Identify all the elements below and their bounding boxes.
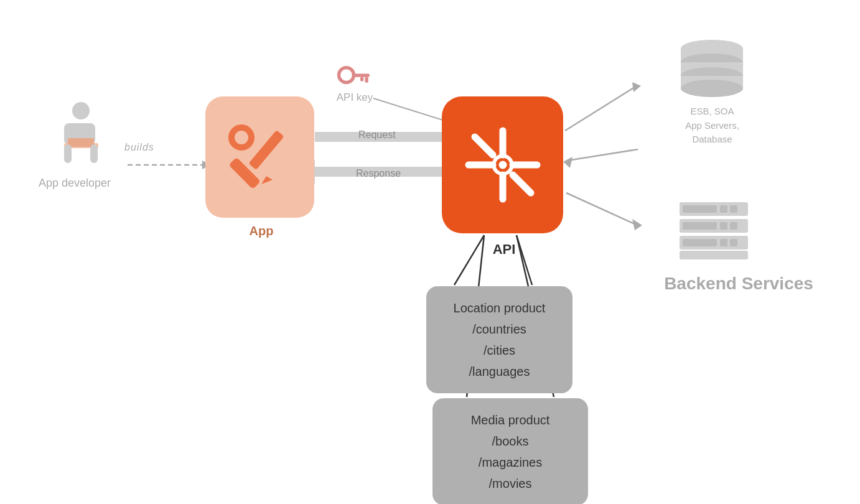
- request-label: Request: [358, 129, 396, 141]
- svg-marker-24: [261, 176, 273, 184]
- builds-label: builds: [124, 142, 154, 153]
- svg-marker-6: [632, 82, 641, 92]
- media-product-title: Media product: [450, 409, 571, 431]
- svg-rect-49: [683, 222, 717, 230]
- media-item-3: /movies: [450, 473, 571, 494]
- svg-rect-28: [360, 77, 363, 82]
- svg-rect-56: [680, 251, 748, 259]
- svg-line-36: [513, 175, 531, 193]
- svg-line-11: [454, 235, 484, 285]
- svg-rect-45: [683, 205, 717, 213]
- location-product-box: Location product /countries /cities /lan…: [426, 286, 573, 393]
- media-item-1: /books: [450, 431, 571, 452]
- media-product-box: Media product /books /magazines /movies: [432, 398, 588, 504]
- developer-label: App developer: [39, 177, 111, 190]
- api-hub-icon: [462, 124, 543, 205]
- svg-marker-4: [304, 159, 447, 184]
- svg-rect-19: [64, 144, 72, 163]
- key-icon: [336, 62, 373, 90]
- svg-rect-55: [730, 239, 737, 246]
- svg-point-25: [339, 68, 354, 83]
- api-label: API: [482, 241, 526, 258]
- server-icon: [676, 199, 751, 261]
- svg-rect-26: [352, 73, 370, 77]
- svg-rect-53: [683, 239, 717, 246]
- svg-point-43: [681, 80, 743, 97]
- svg-line-2: [373, 98, 447, 121]
- database-icon: [676, 37, 748, 100]
- svg-rect-18: [68, 138, 94, 147]
- person-icon: [47, 100, 103, 170]
- location-item-1: /countries: [444, 319, 555, 340]
- location-product-title: Location product: [444, 297, 555, 319]
- tools-icon: [223, 119, 297, 196]
- svg-point-22: [231, 128, 251, 147]
- response-label: Response: [356, 168, 401, 179]
- app-developer-group: App developer: [25, 100, 124, 190]
- svg-marker-10: [632, 219, 642, 230]
- main-canvas: App developer builds App API key Request: [0, 0, 860, 504]
- svg-rect-20: [90, 144, 98, 163]
- backend-services-label: Backend Services: [661, 274, 816, 294]
- svg-rect-47: [730, 205, 737, 213]
- svg-rect-27: [365, 77, 368, 83]
- svg-line-7: [568, 149, 638, 161]
- db-group: ESB, SOAApp Servers,Database: [676, 37, 748, 147]
- location-item-3: /languages: [444, 361, 555, 382]
- app-label: App: [230, 224, 292, 238]
- svg-line-9: [566, 193, 635, 224]
- svg-point-15: [72, 102, 90, 119]
- svg-rect-51: [730, 222, 737, 230]
- app-box: [205, 96, 314, 218]
- media-item-2: /magazines: [450, 452, 571, 473]
- api-key-label: API key: [337, 91, 373, 104]
- api-key-group: API key: [336, 62, 373, 104]
- svg-rect-54: [720, 239, 727, 246]
- svg-marker-8: [563, 157, 573, 168]
- svg-rect-50: [720, 222, 727, 230]
- svg-line-35: [475, 137, 493, 155]
- location-item-2: /cities: [444, 340, 555, 361]
- api-hub: [442, 96, 563, 233]
- server-group: [676, 199, 751, 261]
- svg-line-5: [565, 87, 635, 131]
- esb-label: ESB, SOAApp Servers,Database: [685, 105, 739, 147]
- svg-marker-3: [315, 124, 454, 149]
- svg-rect-46: [720, 205, 727, 213]
